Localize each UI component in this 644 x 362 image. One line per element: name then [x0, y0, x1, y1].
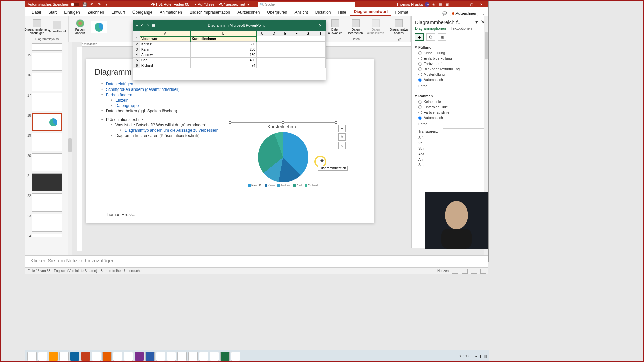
chart-styles-button[interactable]: ✎: [338, 133, 346, 141]
maximize-button[interactable]: ▢: [466, 1, 476, 7]
thumb-partial[interactable]: [32, 43, 62, 51]
outlook-icon[interactable]: [70, 352, 79, 361]
change-chart-type-button[interactable]: Diagrammtyp ändern: [389, 19, 408, 35]
thumb-17[interactable]: [32, 93, 62, 111]
app-icon[interactable]: [124, 352, 133, 361]
chart-legend[interactable]: Karin B.KarinAndrewCarlRichard: [230, 184, 336, 187]
resize-handle[interactable]: [335, 160, 337, 162]
app-icon[interactable]: ▦: [438, 2, 443, 7]
ds-close-button[interactable]: ✕: [317, 23, 323, 28]
border-none-radio[interactable]: Keine Linie: [415, 99, 485, 104]
border-color-picker[interactable]: [443, 121, 485, 127]
autosave-toggle[interactable]: Automatisches Speichern: [28, 2, 79, 6]
thumbs-scrollbar[interactable]: [68, 42, 72, 255]
tab-animationen[interactable]: Animationen: [156, 9, 185, 16]
minimize-button[interactable]: —: [456, 1, 466, 7]
select-data-button[interactable]: Daten auswählen: [326, 19, 345, 35]
chart-object[interactable]: Kursteilnehmer Karin B.KarinAndrewCarlRi…: [230, 122, 336, 199]
fill-section-header[interactable]: ▾ Füllung: [415, 44, 485, 50]
ds-chart-icon[interactable]: ▦: [152, 23, 155, 28]
fill-none-radio[interactable]: Keine Füllung: [415, 50, 485, 56]
onenote-icon[interactable]: [135, 352, 144, 361]
effects-icon[interactable]: ⬠: [426, 33, 435, 41]
app-icon[interactable]: [113, 352, 122, 361]
diamond-icon[interactable]: ◈: [431, 2, 436, 7]
search-input[interactable]: 🔍 Suchen: [258, 2, 355, 7]
border-gradient-radio[interactable]: Farbverlaufslinie: [415, 110, 485, 115]
share-icon[interactable]: ⇧: [481, 11, 486, 16]
quick-layout-button[interactable]: Schnelllayout: [48, 21, 66, 33]
ds-redo-icon[interactable]: ↷: [146, 23, 149, 28]
notes-pane[interactable]: Klicken Sie, um Notizen hinzuzufügen: [25, 255, 488, 267]
tab-format[interactable]: Format: [392, 9, 411, 16]
pane-dropdown-icon[interactable]: ▾: [475, 19, 478, 25]
explorer-icon[interactable]: [38, 352, 47, 361]
settings-icon[interactable]: [210, 352, 219, 361]
border-auto-radio[interactable]: Automatisch: [415, 115, 485, 120]
tab-ueberpruefen[interactable]: Überprüfen: [264, 9, 290, 16]
tray-chevron-icon[interactable]: ˄: [471, 354, 472, 358]
user-avatar[interactable]: TH: [425, 2, 429, 7]
tab-zeichnen[interactable]: Zeichnen: [84, 9, 107, 16]
thumb-15[interactable]: [32, 53, 62, 71]
redo-icon[interactable]: ↷: [97, 2, 102, 7]
thumb-23[interactable]: [32, 214, 62, 232]
app2-icon[interactable]: ▣: [445, 2, 449, 7]
comments-icon[interactable]: 💬: [442, 11, 447, 16]
chart-elements-button[interactable]: +: [338, 125, 346, 132]
resize-handle[interactable]: [335, 121, 337, 124]
chart-filter-button[interactable]: ▿: [338, 142, 346, 149]
thumb-19[interactable]: [32, 133, 62, 151]
thumb-18[interactable]: [32, 113, 62, 131]
powerpoint-icon[interactable]: [81, 352, 90, 361]
app-icon[interactable]: [177, 352, 187, 361]
tab-start[interactable]: Start: [45, 9, 60, 16]
transparency-slider[interactable]: [443, 128, 485, 134]
excel-icon[interactable]: [220, 352, 230, 361]
telegram-icon[interactable]: [156, 352, 165, 361]
tab-uebergaenge[interactable]: Übergänge: [129, 9, 156, 16]
vlc-icon[interactable]: [102, 352, 112, 361]
weather-widget[interactable]: ☀ 1°C: [459, 354, 469, 358]
resize-handle[interactable]: [229, 198, 231, 200]
app-icon[interactable]: [188, 352, 198, 361]
pane-tab-text[interactable]: Textoptionen: [451, 26, 472, 31]
app-icon[interactable]: [199, 352, 208, 361]
change-colors-button[interactable]: Farben ändern: [71, 19, 90, 35]
ds-menu-icon[interactable]: ≡: [136, 23, 138, 27]
save-icon[interactable]: 💾: [82, 2, 87, 7]
tray-battery-icon[interactable]: ▮: [480, 354, 482, 358]
language-status[interactable]: Englisch (Vereinigte Staaten): [54, 269, 97, 273]
edit-data-button[interactable]: Daten bearbeiten: [346, 19, 365, 35]
windows-taskbar[interactable]: ☀ 1°C ˄ ☁ ▮ ▤: [25, 350, 489, 362]
fill-color-picker[interactable]: [443, 83, 485, 89]
fill-line-icon[interactable]: ◆: [415, 33, 424, 41]
thumb-20[interactable]: [32, 153, 62, 171]
app-icon[interactable]: [145, 352, 155, 361]
slideshow-view-button[interactable]: [480, 269, 486, 274]
tab-entwurf[interactable]: Entwurf: [108, 9, 128, 16]
fill-picture-radio[interactable]: Bild- oder Texturfüllung: [415, 66, 485, 72]
ds-undo-icon[interactable]: ↶: [141, 23, 144, 28]
undo-icon[interactable]: ↶: [90, 2, 94, 7]
resize-handle[interactable]: [335, 198, 337, 200]
fill-auto-radio[interactable]: Automatisch: [415, 77, 485, 82]
app-icon[interactable]: [231, 352, 240, 361]
fill-gradient-radio[interactable]: Farbverlauf: [415, 61, 485, 66]
app-icon[interactable]: [92, 352, 101, 361]
fill-solid-radio[interactable]: Einfarbige Füllung: [415, 56, 485, 61]
thumb-22[interactable]: [32, 193, 62, 212]
slide-counter[interactable]: Folie 18 von 33: [28, 269, 50, 273]
tray-network-icon[interactable]: ▤: [484, 354, 487, 358]
chart-datasheet[interactable]: ≡ ↶ ↷ ▦ Diagramm in Microsoft PowerPoint…: [133, 20, 326, 80]
slide-canvas[interactable]: Diagramm e Daten einfügen Schriftgrößen …: [86, 59, 374, 223]
resize-handle[interactable]: [282, 121, 284, 124]
tab-dictation[interactable]: Dictation: [312, 9, 334, 16]
reading-view-button[interactable]: [471, 269, 477, 274]
close-button[interactable]: ✕: [476, 1, 486, 7]
add-chart-element-button[interactable]: Diagrammelement hinzufügen: [28, 19, 46, 35]
tab-ansicht[interactable]: Ansicht: [291, 9, 311, 16]
pie-chart[interactable]: [258, 132, 308, 182]
qat-more-icon[interactable]: ▾: [104, 2, 109, 7]
size-icon[interactable]: ▦: [438, 33, 446, 41]
